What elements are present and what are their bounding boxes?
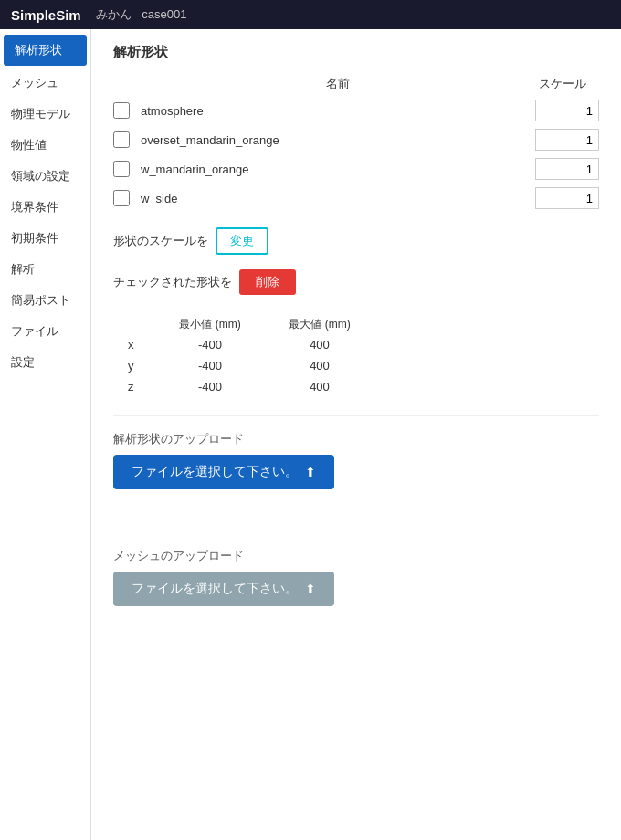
- shape-checkbox-2[interactable]: [113, 161, 130, 177]
- shape-table-header: 名前 スケール: [113, 76, 599, 92]
- bbox-row-z: z-400400: [128, 380, 420, 394]
- upload-shape-section: 解析形状のアップロード ファイルを選択して下さい。 ⬆: [113, 431, 599, 489]
- app-header: SimpleSim みかん case001: [0, 0, 621, 29]
- scale-area: 形状のスケールを 変更: [113, 227, 599, 255]
- bbox-max-x: 400: [265, 338, 374, 352]
- shape-row: w_mandarin_orange: [113, 158, 599, 180]
- bbox-axis-z: z: [128, 380, 155, 394]
- bbox-min-x: -400: [155, 338, 265, 352]
- bounding-box-section: 最小値 (mm) 最大値 (mm) x-400400y-400400z-4004…: [113, 317, 599, 394]
- bbox-axis-x: x: [128, 338, 155, 352]
- shape-scale-input-2[interactable]: [535, 158, 599, 180]
- shape-scale-input-3[interactable]: [535, 187, 599, 209]
- bbox-row-y: y-400400: [128, 359, 420, 373]
- upload-mesh-button-text: ファイルを選択して下さい。: [132, 581, 298, 597]
- bbox-max-z: 400: [265, 380, 374, 394]
- sidebar-item-analysis[interactable]: 解析: [0, 254, 90, 285]
- bbox-row-x: x-400400: [128, 338, 420, 352]
- shape-checkbox-0[interactable]: [113, 102, 130, 119]
- shape-name-2: w_mandarin_orange: [137, 163, 535, 176]
- shape-scale-input-0[interactable]: [535, 100, 599, 121]
- bbox-min-header: 最小値 (mm): [155, 317, 265, 332]
- bbox-max-y: 400: [265, 359, 374, 373]
- upload-mesh-section: メッシュのアップロード ファイルを選択して下さい。 ⬆: [113, 548, 599, 606]
- shape-name-3: w_side: [137, 192, 535, 205]
- sidebar-item-boundary-conditions[interactable]: 境界条件: [0, 192, 90, 223]
- page-title: 解析形状: [113, 44, 599, 61]
- sidebar-item-domain-settings[interactable]: 領域の設定: [0, 161, 90, 192]
- upload-shape-icon: ⬆: [305, 465, 316, 479]
- upload-mesh-button: ファイルを選択して下さい。 ⬆: [113, 572, 334, 606]
- shape-name-1: overset_mandarin_orange: [137, 133, 535, 147]
- upload-mesh-icon: ⬆: [305, 582, 316, 596]
- app-name: SimpleSim: [11, 7, 81, 23]
- app-layout: 解析形状メッシュ物理モデル物性値領域の設定境界条件初期条件解析簡易ポストファイル…: [0, 29, 621, 840]
- bbox-max-header: 最大値 (mm): [265, 317, 374, 332]
- header-user: みかん: [96, 7, 132, 21]
- delete-button[interactable]: 削除: [239, 269, 296, 295]
- bbox-rows: x-400400y-400400z-400400: [128, 338, 420, 394]
- col-scale-header: スケール: [526, 76, 599, 92]
- shape-row: atmosphere: [113, 100, 599, 121]
- sidebar-item-file[interactable]: ファイル: [0, 316, 90, 347]
- sidebar-item-physics-model[interactable]: 物理モデル: [0, 99, 90, 130]
- shape-row: overset_mandarin_orange: [113, 129, 599, 151]
- shape-row: w_side: [113, 187, 599, 209]
- bbox-table: 最小値 (mm) 最大値 (mm) x-400400y-400400z-4004…: [128, 317, 420, 394]
- bbox-min-z: -400: [155, 380, 265, 394]
- sidebar-item-simple-post[interactable]: 簡易ポスト: [0, 285, 90, 316]
- col-name-header: 名前: [150, 76, 526, 92]
- upload-mesh-label: メッシュのアップロード: [113, 548, 599, 564]
- bbox-axis-y: y: [128, 359, 155, 373]
- sidebar-item-initial-conditions[interactable]: 初期条件: [0, 223, 90, 254]
- delete-label: チェックされた形状を: [113, 274, 232, 290]
- shape-name-0: atmosphere: [137, 104, 535, 118]
- spacer: [113, 511, 599, 548]
- bbox-header: 最小値 (mm) 最大値 (mm): [128, 317, 420, 332]
- divider-1: [113, 415, 599, 416]
- delete-area: チェックされた形状を 削除: [113, 269, 599, 295]
- header-case: case001: [142, 7, 186, 21]
- sidebar: 解析形状メッシュ物理モデル物性値領域の設定境界条件初期条件解析簡易ポストファイル…: [0, 29, 91, 840]
- sidebar-item-settings[interactable]: 設定: [0, 347, 90, 378]
- shape-checkbox-3[interactable]: [113, 190, 130, 206]
- bbox-min-y: -400: [155, 359, 265, 373]
- sidebar-item-material[interactable]: 物性値: [0, 130, 90, 161]
- sidebar-item-analysis-shape[interactable]: 解析形状: [4, 35, 87, 66]
- shape-table: atmosphereoverset_mandarin_orangew_manda…: [113, 100, 599, 209]
- upload-shape-button-text: ファイルを選択して下さい。: [132, 464, 298, 480]
- shape-scale-input-1[interactable]: [535, 129, 599, 151]
- shape-checkbox-1[interactable]: [113, 131, 130, 148]
- upload-shape-label: 解析形状のアップロード: [113, 431, 599, 447]
- sidebar-item-mesh[interactable]: メッシュ: [0, 68, 90, 99]
- main-content: 解析形状 名前 スケール atmosphereoverset_mandarin_…: [91, 29, 621, 840]
- change-scale-button[interactable]: 変更: [216, 227, 268, 255]
- scale-label: 形状のスケールを: [113, 233, 208, 249]
- header-user-case: みかん case001: [96, 6, 187, 23]
- upload-shape-button[interactable]: ファイルを選択して下さい。 ⬆: [113, 455, 334, 489]
